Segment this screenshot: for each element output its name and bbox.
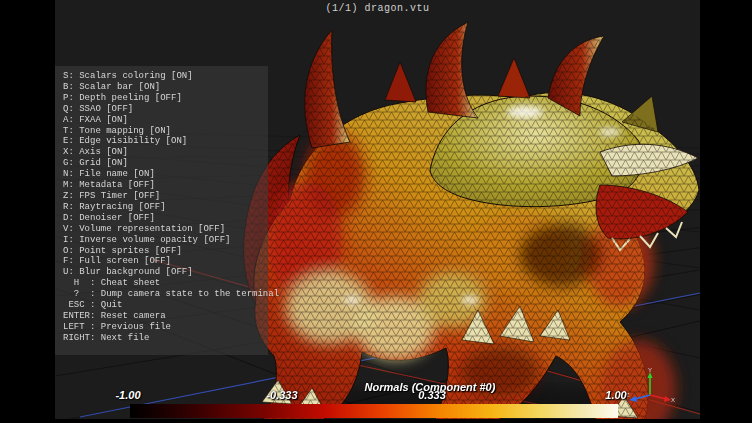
cheat-sheet-panel: S: Scalars coloring [ON] B: Scalar bar [… [55, 66, 268, 355]
cheat-line: LEFT : Previous file [63, 322, 268, 333]
x-axis-arrow [664, 396, 671, 402]
scalar-bar-tick-high: 0.333 [418, 389, 446, 401]
cheat-line: D: Denoiser [OFF] [63, 213, 268, 224]
scalar-bar-tick-max: 1.00 [605, 389, 626, 401]
cheat-line: ? : Dump camera state to the terminal [63, 289, 268, 300]
cheat-line: ESC : Quit [63, 300, 268, 311]
cheat-line: RIGHT: Next file [63, 333, 268, 344]
cheat-line: R: Raytracing [OFF] [63, 202, 268, 213]
cheat-line: U: Blur background [OFF] [63, 267, 268, 278]
z-axis-arrow [629, 396, 637, 402]
cheat-line: ENTER: Reset camera [63, 311, 268, 322]
scalar-bar-tick-low: -0.333 [266, 389, 297, 401]
cheat-line: P: Depth peeling [OFF] [63, 93, 268, 104]
cheat-line: V: Volume representation [OFF] [63, 224, 268, 235]
cheat-line: T: Tone mapping [ON] [63, 126, 268, 137]
cheat-line: A: FXAA [ON] [63, 115, 268, 126]
f3d-window: Y X Z S: Scalars coloring [ON] B: Scalar… [0, 0, 752, 423]
cheat-line: O: Point sprites [OFF] [63, 246, 268, 257]
file-name-title: (1/1) dragon.vtu [55, 3, 700, 14]
scalar-bar-tick-min: -1.00 [115, 389, 140, 401]
x-axis-label: X [671, 397, 675, 403]
3d-viewport[interactable]: Y X Z S: Scalars coloring [ON] B: Scalar… [55, 0, 700, 419]
cheat-line: N: File name [ON] [63, 169, 268, 180]
scalar-bar-gradient [130, 404, 618, 418]
cheat-line: M: Metadata [OFF] [63, 180, 268, 191]
cheat-line: F: Full screen [OFF] [63, 256, 268, 267]
cheat-line: Z: FPS Timer [OFF] [63, 191, 268, 202]
cheat-line: I: Inverse volume opacity [OFF] [63, 235, 268, 246]
cheat-line: X: Axis [ON] [63, 147, 268, 158]
cheat-line: Q: SSAO [OFF] [63, 104, 268, 115]
dragon-model [230, 15, 700, 419]
cheat-line: H : Cheat sheet [63, 278, 268, 289]
axes-widget[interactable]: Y X Z [625, 368, 675, 416]
y-axis-arrow [648, 372, 653, 378]
y-axis-label: Y [648, 368, 652, 373]
cheat-line: S: Scalars coloring [ON] [63, 71, 268, 82]
cheat-line: G: Grid [ON] [63, 158, 268, 169]
cheat-line: B: Scalar bar [ON] [63, 82, 268, 93]
cheat-line: E: Edge visibility [ON] [63, 136, 268, 147]
